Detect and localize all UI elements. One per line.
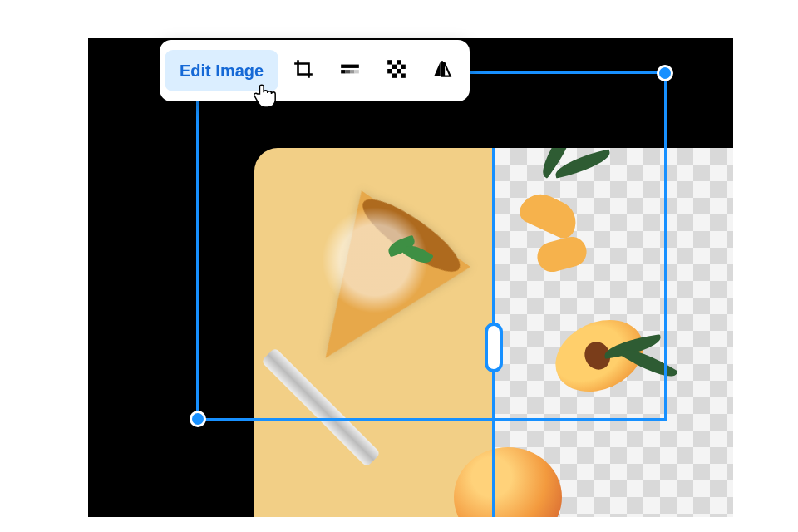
resize-handle-top-right[interactable] — [657, 65, 673, 81]
svg-rect-3 — [350, 70, 354, 73]
resize-handle-bottom-left[interactable] — [190, 411, 206, 427]
flip-horizontal-icon — [432, 58, 454, 83]
edit-image-button[interactable]: Edit Image — [165, 50, 278, 91]
svg-rect-8 — [401, 65, 406, 69]
crop-button[interactable] — [282, 50, 325, 91]
svg-rect-11 — [392, 73, 397, 77]
svg-rect-6 — [397, 60, 401, 64]
svg-rect-7 — [392, 65, 397, 69]
crop-icon — [293, 58, 314, 83]
selection-bounding-box[interactable] — [196, 71, 667, 421]
svg-rect-12 — [401, 73, 406, 77]
grayscale-icon — [339, 58, 361, 83]
image-edit-toolbar: Edit Image — [160, 40, 470, 101]
svg-rect-0 — [341, 65, 359, 68]
svg-rect-9 — [387, 69, 392, 73]
canvas-stage — [88, 38, 733, 517]
svg-rect-1 — [341, 70, 345, 73]
editor-frame: Edit Image — [65, 15, 733, 517]
grayscale-button[interactable] — [328, 50, 372, 91]
svg-rect-4 — [355, 70, 359, 73]
svg-rect-5 — [387, 60, 392, 64]
transparency-icon — [386, 58, 407, 83]
svg-rect-2 — [346, 70, 350, 73]
svg-rect-10 — [397, 69, 401, 73]
flip-horizontal-button[interactable] — [421, 50, 465, 91]
transparency-button[interactable] — [375, 50, 418, 91]
